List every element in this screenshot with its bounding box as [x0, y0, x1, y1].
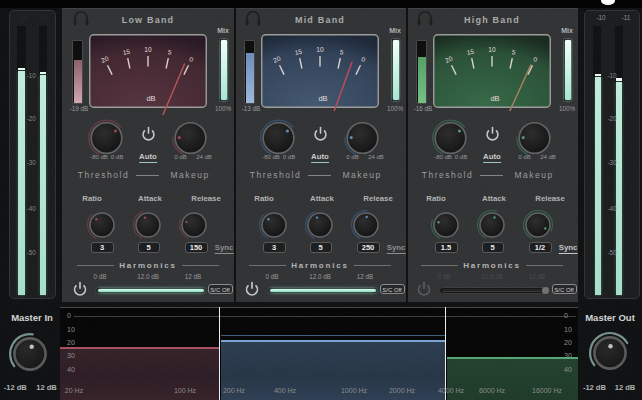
svg-text:10: 10 — [488, 46, 496, 53]
svg-text:dB: dB — [318, 94, 327, 103]
svg-text:dB: dB — [490, 94, 499, 103]
svg-text:dB: dB — [146, 94, 155, 103]
svg-text:10: 10 — [316, 46, 324, 53]
svg-text:10: 10 — [144, 46, 152, 53]
